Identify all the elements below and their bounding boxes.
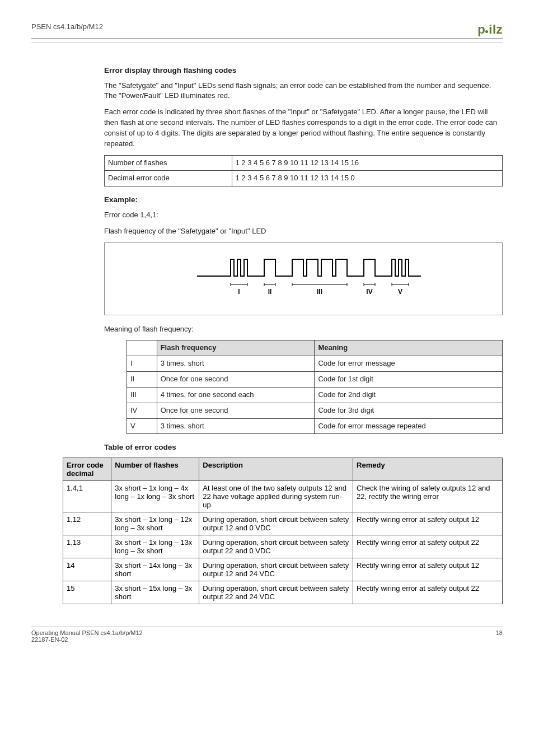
table-row: 15 3x short – 15x long – 3x short During…	[63, 581, 503, 604]
table-row: IV Once for one second Code for 3rd digi…	[127, 403, 503, 418]
meaning-meaning: Code for error message repeated	[315, 418, 503, 434]
flash-row-value: 1 2 3 4 5 6 7 8 9 10 11 12 13 14 15 0	[232, 171, 502, 186]
meaning-freq: 3 times, short	[157, 356, 315, 372]
section-error-display-para2: Each error code is indicated by three sh…	[104, 107, 503, 149]
meaning-freq: Once for one second	[157, 403, 315, 418]
table-row: I 3 times, short Code for error message	[127, 356, 503, 372]
errors-header-col4: Remedy	[353, 458, 503, 481]
error-remedy: Rectify wiring error at safety output 12	[353, 512, 503, 535]
error-remedy: Rectify wiring error at safety output 22	[353, 535, 503, 558]
meaning-meaning: Code for 2nd digit	[315, 387, 503, 403]
flash-number-table: Number of flashes 1 2 3 4 5 6 7 8 9 10 1…	[104, 155, 503, 187]
meaning-freq: Once for one second	[157, 372, 315, 388]
flash-row-label: Number of flashes	[105, 155, 232, 171]
meaning-freq: 4 times, for one second each	[157, 387, 315, 403]
error-code: 14	[63, 558, 111, 581]
errors-header-col1a: Error code	[67, 461, 107, 469]
error-code: 1,13	[63, 535, 111, 558]
error-flashes: 3x short – 1x long – 4x long – 1x long –…	[111, 481, 199, 512]
error-codes-table: Error code decimal Number of flashes Des…	[63, 458, 503, 604]
table-row: Number of flashes 1 2 3 4 5 6 7 8 9 10 1…	[105, 155, 503, 171]
example-line2: Flash frequency of the "Safetygate" or "…	[104, 226, 503, 237]
error-flashes: 3x short – 1x long – 12x long – 3x short	[111, 512, 199, 535]
flash-row-value: 1 2 3 4 5 6 7 8 9 10 11 12 13 14 15 16	[232, 155, 502, 171]
waveform-diagram: I II III IV V	[104, 242, 503, 315]
product-name: PSEN cs4.1a/b/p/M12	[31, 22, 103, 31]
meaning-num: V	[127, 418, 157, 434]
table-row: 1,12 3x short – 1x long – 12x long – 3x …	[63, 512, 503, 535]
table-row: 1,4,1 3x short – 1x long – 4x long – 1x …	[63, 481, 503, 512]
table-row: V 3 times, short Code for error message …	[127, 418, 503, 434]
meaning-num: I	[127, 356, 157, 372]
errors-header-col1b: decimal	[67, 469, 107, 478]
waveform-label-V: V	[398, 288, 402, 296]
error-code: 1,4,1	[63, 481, 111, 512]
table-row: III 4 times, for one second each Code fo…	[127, 387, 503, 403]
meaning-header-freq: Flash frequency	[157, 340, 315, 356]
meaning-header-blank	[127, 340, 157, 356]
error-desc: During operation, short circuit between …	[199, 535, 353, 558]
error-flashes: 3x short – 14x long – 3x short	[111, 558, 199, 581]
waveform-label-IV: IV	[366, 288, 372, 296]
footer-left2: 22187-EN-02	[31, 636, 143, 643]
meaning-num: II	[127, 372, 157, 388]
error-desc: At least one of the two safety outputs 1…	[199, 481, 353, 512]
table-header-row: Flash frequency Meaning	[127, 340, 503, 356]
waveform-label-III: III	[317, 288, 322, 296]
meaning-num: IV	[127, 403, 157, 418]
waveform-label-I: I	[238, 288, 240, 296]
error-remedy: Rectify wiring error at safety output 12	[353, 558, 503, 581]
meaning-meaning: Code for 3rd digit	[315, 403, 503, 418]
error-desc: During operation, short circuit between …	[199, 512, 353, 535]
waveform-label-II: II	[268, 288, 272, 296]
meaning-meaning: Code for 1st digit	[315, 372, 503, 388]
table-row: 1,13 3x short – 1x long – 13x long – 3x …	[63, 535, 503, 558]
meaning-table: Flash frequency Meaning I 3 times, short…	[127, 340, 503, 434]
table-row: 14 3x short – 14x long – 3x short During…	[63, 558, 503, 581]
footer-left1: Operating Manual PSEN cs4.1a/b/p/M12	[31, 629, 143, 636]
example-title: Example:	[104, 194, 503, 206]
errors-title: Table of error codes	[104, 442, 503, 453]
meaning-freq: 3 times, short	[157, 418, 315, 434]
errors-header-col2: Number of flashes	[111, 458, 199, 481]
table-header-row: Error code decimal Number of flashes Des…	[63, 458, 503, 481]
section-error-display-para1: The "Safetygate" and "Input" LEDs send f…	[104, 81, 503, 102]
brand-logo: pilz	[477, 22, 503, 37]
error-desc: During operation, short circuit between …	[199, 558, 353, 581]
meaning-header-meaning: Meaning	[315, 340, 503, 356]
page-number: 18	[496, 629, 503, 643]
error-desc: During operation, short circuit between …	[199, 581, 353, 604]
meaning-num: III	[127, 387, 157, 403]
error-remedy: Check the wiring of safety outputs 12 an…	[353, 481, 503, 512]
example-line1: Error code 1,4,1:	[104, 210, 503, 221]
error-code: 15	[63, 581, 111, 604]
meaning-meaning: Code for error message	[315, 356, 503, 372]
error-flashes: 3x short – 15x long – 3x short	[111, 581, 199, 604]
section-error-display-title: Error display through flashing codes	[104, 65, 503, 76]
errors-header-col3: Description	[199, 458, 353, 481]
flash-row-label: Decimal error code	[105, 171, 232, 186]
error-remedy: Rectify wiring error at safety output 22	[353, 581, 503, 604]
error-code: 1,12	[63, 512, 111, 535]
error-flashes: 3x short – 1x long – 13x long – 3x short	[111, 535, 199, 558]
meaning-title: Meaning of flash frequency:	[104, 324, 503, 335]
table-row: II Once for one second Code for 1st digi…	[127, 372, 503, 388]
table-row: Decimal error code 1 2 3 4 5 6 7 8 9 10 …	[105, 171, 503, 186]
